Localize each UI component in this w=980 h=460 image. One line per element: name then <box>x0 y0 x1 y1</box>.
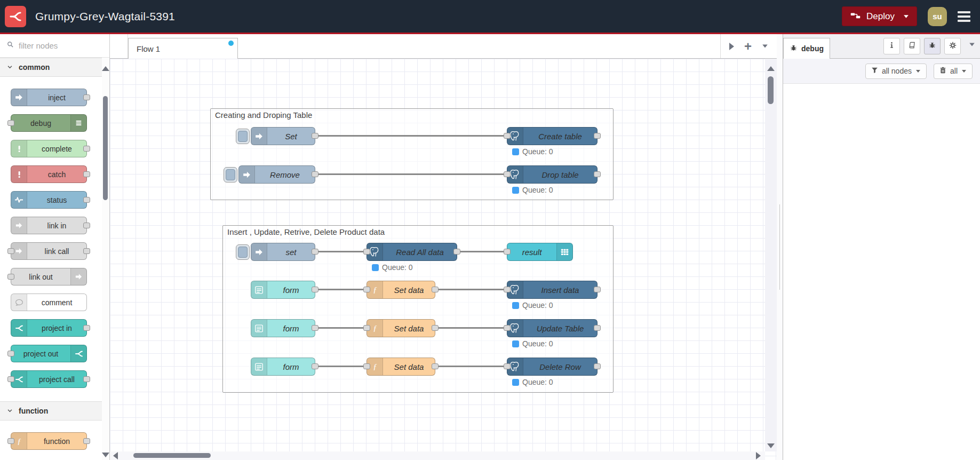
inject-trigger-button[interactable] <box>224 167 237 183</box>
input-port[interactable] <box>7 248 14 254</box>
palette-scroll-up-icon[interactable] <box>102 66 109 71</box>
wire[interactable] <box>314 366 368 367</box>
node-form[interactable]: form <box>251 319 315 337</box>
user-avatar[interactable]: su <box>928 7 947 26</box>
tab-scroll-right-icon[interactable] <box>729 43 734 50</box>
input-port[interactable] <box>504 363 511 369</box>
node-insert-data[interactable]: Insert data <box>507 281 597 299</box>
output-port[interactable] <box>432 287 439 292</box>
input-port[interactable] <box>363 249 370 255</box>
palette-node-project-call[interactable]: project call <box>11 370 87 388</box>
wire[interactable] <box>314 251 368 252</box>
canvas-hscroll-thumb[interactable] <box>133 453 211 458</box>
palette-node-catch[interactable]: catch <box>11 165 87 183</box>
output-port[interactable] <box>312 133 318 139</box>
node-read-all-data[interactable]: Read All data <box>366 243 457 261</box>
node-set-data[interactable]: ƒSet data <box>366 358 435 376</box>
output-port[interactable] <box>432 363 439 369</box>
deploy-caret-icon[interactable] <box>903 11 909 22</box>
node-set[interactable]: set <box>251 243 315 261</box>
node-form[interactable]: form <box>251 281 315 299</box>
palette-scroll-down-icon[interactable] <box>102 453 109 457</box>
sidebar-info-button[interactable] <box>883 38 900 54</box>
sidebar-help-button[interactable] <box>904 38 920 54</box>
debug-clear-button[interactable]: all <box>934 64 973 79</box>
output-port[interactable] <box>83 223 90 228</box>
output-port[interactable] <box>83 248 90 254</box>
output-port[interactable] <box>432 325 439 331</box>
output-port[interactable] <box>83 438 90 444</box>
wire[interactable] <box>314 289 368 290</box>
node-delete-row[interactable]: Delete Row <box>507 358 597 376</box>
palette-category-common[interactable]: common <box>0 58 109 77</box>
canvas-scroll-down-icon[interactable] <box>767 443 775 448</box>
input-port[interactable] <box>504 325 511 331</box>
palette-node-complete[interactable]: complete <box>11 140 87 157</box>
palette-node-comment[interactable]: comment <box>11 294 87 311</box>
canvas-scroll-up-icon[interactable] <box>767 66 775 71</box>
input-port[interactable] <box>7 438 14 444</box>
sidebar-menu-caret-icon[interactable] <box>969 40 975 50</box>
input-port[interactable] <box>504 171 511 177</box>
debug-filter-button[interactable]: all nodes <box>865 64 927 79</box>
palette-node-function[interactable]: ƒfunction <box>11 432 87 450</box>
node-create-table[interactable]: Create table <box>507 127 597 145</box>
output-port[interactable] <box>312 249 318 255</box>
node-set[interactable]: Set <box>251 127 315 145</box>
deploy-button[interactable]: Deploy <box>842 6 917 26</box>
input-port[interactable] <box>363 325 370 331</box>
output-port[interactable] <box>83 376 90 382</box>
output-port[interactable] <box>312 171 318 177</box>
output-port[interactable] <box>594 287 601 292</box>
sidebar-config-button[interactable] <box>944 38 961 54</box>
wire[interactable] <box>314 135 508 137</box>
output-port[interactable] <box>594 171 601 177</box>
node-form[interactable]: form <box>251 358 315 376</box>
output-port[interactable] <box>453 249 460 255</box>
palette-search[interactable] <box>0 34 109 58</box>
input-port[interactable] <box>363 363 370 369</box>
palette-node-link-out[interactable]: link out <box>11 268 87 285</box>
input-port[interactable] <box>363 287 370 292</box>
input-port[interactable] <box>7 351 14 356</box>
input-port[interactable] <box>7 376 14 382</box>
palette-scrollbar[interactable] <box>102 58 109 460</box>
add-flow-button[interactable]: + <box>744 40 752 53</box>
main-menu-icon[interactable] <box>958 11 970 22</box>
sidebar-debug-button[interactable] <box>924 38 941 54</box>
palette-scroll-thumb[interactable] <box>103 96 108 200</box>
palette-node-debug[interactable]: debug <box>11 114 87 132</box>
output-port[interactable] <box>594 133 601 139</box>
sidebar-tab-debug[interactable]: debug <box>783 38 830 59</box>
wire[interactable] <box>434 327 508 329</box>
sidebar-splitter[interactable] <box>777 34 783 460</box>
flow-list-caret-icon[interactable] <box>762 42 768 51</box>
output-port[interactable] <box>594 363 601 369</box>
node-set-data[interactable]: ƒSet data <box>366 319 435 337</box>
input-port[interactable] <box>504 249 511 255</box>
canvas-scroll-right-icon[interactable] <box>756 452 761 459</box>
wire[interactable] <box>434 289 508 290</box>
wire[interactable] <box>314 173 508 175</box>
palette-category-function[interactable]: function <box>0 401 109 421</box>
palette-node-inject[interactable]: inject <box>11 89 87 106</box>
inject-trigger-button[interactable] <box>236 129 250 144</box>
output-port[interactable] <box>83 146 90 152</box>
flow-tab[interactable]: Flow 1 <box>128 38 238 59</box>
canvas-horizontal-scrollbar[interactable] <box>110 451 765 460</box>
palette-node-link-in[interactable]: link in <box>11 217 87 234</box>
output-port[interactable] <box>312 287 318 292</box>
palette-node-project-in[interactable]: project in <box>11 319 87 337</box>
wire[interactable] <box>434 366 508 367</box>
wire[interactable] <box>314 327 368 329</box>
output-port[interactable] <box>83 197 90 203</box>
flow-canvas[interactable]: Creating and Droping TableInsert , Updat… <box>110 59 777 460</box>
node-set-data[interactable]: ƒSet data <box>366 281 435 299</box>
output-port[interactable] <box>83 171 90 177</box>
node-update-table[interactable]: Update Table <box>507 319 597 337</box>
output-port[interactable] <box>83 325 90 331</box>
output-port[interactable] <box>83 94 90 100</box>
palette-node-status[interactable]: status <box>11 191 87 209</box>
inject-trigger-button[interactable] <box>236 244 250 260</box>
node-drop-table[interactable]: Drop table <box>507 165 597 184</box>
